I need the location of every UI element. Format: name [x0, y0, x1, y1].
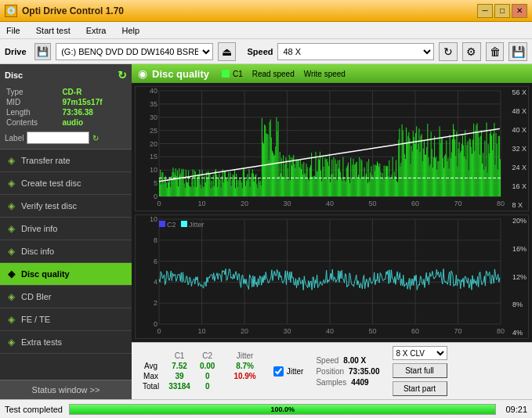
menu-help[interactable]: Help: [118, 24, 143, 37]
jitter-checkbox[interactable]: [273, 366, 284, 377]
read-speed-legend-label: Read speed: [252, 70, 295, 78]
stats-spacer: [219, 351, 229, 361]
disc-label-refresh-icon[interactable]: ↻: [92, 134, 99, 142]
disc-panel: Disc ↻ Type CD-R MID 97m15s17f Length 73…: [0, 64, 132, 150]
total-label: Total: [138, 381, 164, 391]
disc-length-label: Length: [6, 108, 60, 117]
max-label: Max: [138, 371, 164, 381]
stats-max-row: Max 39 0 10.9%: [138, 371, 261, 381]
sidebar-item-transfer-rate[interactable]: ◈ Transfer rate: [0, 150, 132, 172]
verify-test-disc-icon: ◈: [8, 200, 15, 211]
sidebar-item-label-disc-info: Disc info: [21, 247, 54, 256]
menu-extra[interactable]: Extra: [83, 24, 110, 37]
max-c2-value: 0: [195, 371, 219, 381]
speed-value-text: 8.00 X: [343, 356, 366, 365]
status-bar: Test completed 100.0% 09:21: [0, 399, 532, 418]
status-window-button[interactable]: Status window >>: [0, 380, 132, 399]
disc-label-label: Label: [5, 134, 24, 142]
start-part-button[interactable]: Start part: [393, 381, 447, 396]
sidebar-item-label-create-test-disc: Create test disc: [21, 178, 81, 188]
speed-select-box[interactable]: 8 X CLV: [393, 346, 447, 360]
erase-button[interactable]: 🗑: [486, 42, 505, 61]
disc-type-value: CD-R: [62, 88, 125, 96]
sidebar-item-disc-quality[interactable]: ◈ Disc quality: [0, 263, 132, 286]
disc-refresh-button[interactable]: ↻: [118, 69, 127, 81]
disc-mid-value: 97m15s17f: [62, 98, 125, 106]
speed-select[interactable]: 48 X: [277, 43, 434, 60]
charts-area: 56 X 48 X 40 X 32 X 24 X 16 X 8 X 20% 16…: [132, 83, 532, 342]
drive-label: Drive: [5, 47, 27, 56]
sidebar-item-label-extra-tests: Extra tests: [21, 337, 62, 347]
jitter-checkbox-label: Jitter: [287, 367, 304, 376]
position-label-text: Position: [316, 367, 344, 376]
samples-label-text: Samples: [316, 378, 346, 387]
c2-jitter-chart: 20% 16% 12% 8% 4%: [135, 214, 529, 339]
speed-label: Speed: [247, 47, 273, 56]
disc-label-input[interactable]: [27, 132, 89, 144]
disc-quality-icon: ◈: [8, 268, 15, 279]
menu-start-test[interactable]: Start test: [33, 24, 74, 37]
sidebar-item-disc-info[interactable]: ◈ Disc info: [0, 240, 132, 263]
start-full-button[interactable]: Start full: [393, 363, 447, 378]
sidebar-item-label-cd-bler: CD Bler: [21, 292, 52, 301]
disc-info-icon: ◈: [8, 246, 15, 257]
stats-jitter-header: Jitter: [229, 351, 260, 361]
disc-quality-title: Disc quality: [152, 68, 209, 80]
stats-avg-row: Avg 7.52 0.00 8.7%: [138, 361, 261, 371]
create-test-disc-icon: ◈: [8, 178, 15, 189]
drive-bar: Drive 💾 (G:) BENQ DVD DD DW1640 BSRB ⏏ S…: [0, 39, 532, 64]
avg-jitter-value: 8.7%: [229, 361, 260, 371]
minimize-button[interactable]: ─: [477, 4, 493, 18]
total-c1-value: 33184: [164, 381, 195, 391]
sidebar-item-label-transfer-rate: Transfer rate: [21, 156, 71, 165]
chart-legend: C1 Read speed Write speed: [222, 70, 346, 78]
position-value-text: 73:35.00: [349, 367, 379, 376]
save-button[interactable]: 💾: [508, 42, 527, 61]
total-jitter-value: [229, 381, 260, 391]
sidebar-item-label-fe-te: FE / TE: [21, 315, 50, 324]
cd-bler-icon: ◈: [8, 291, 15, 302]
samples-value-text: 4409: [351, 378, 368, 387]
close-button[interactable]: ✕: [512, 4, 527, 18]
disc-contents-label: Contents: [6, 118, 60, 127]
sidebar-item-label-disc-quality: Disc quality: [21, 269, 70, 279]
speed-info: Speed 8.00 X Position 73:35.00 Samples 4…: [316, 356, 379, 387]
c1-legend-dot: [222, 70, 230, 77]
max-c1-value: 39: [164, 371, 195, 381]
sidebar: Disc ↻ Type CD-R MID 97m15s17f Length 73…: [0, 64, 132, 399]
speed-label-text: Speed: [316, 356, 338, 365]
elapsed-time: 09:21: [505, 405, 527, 414]
maximize-button[interactable]: □: [494, 4, 510, 18]
stats-c1-header: C1: [164, 351, 195, 361]
c1-legend-label: C1: [233, 70, 243, 78]
stats-total-row: Total 33184 0: [138, 381, 261, 391]
avg-label: Avg: [138, 361, 164, 371]
transfer-rate-icon: ◈: [8, 155, 15, 166]
stats-c2-header: C2: [195, 351, 219, 361]
title-bar: 💿 Opti Drive Control 1.70 ─ □ ✕: [0, 0, 532, 22]
sidebar-item-verify-test-disc[interactable]: ◈ Verify test disc: [0, 195, 132, 218]
jitter-checkbox-group: Jitter: [273, 366, 304, 377]
stats-empty-header: [138, 351, 164, 361]
drive-select[interactable]: (G:) BENQ DVD DD DW1640 BSRB: [56, 43, 213, 60]
sidebar-items: ◈ Transfer rate ◈ Create test disc ◈ Ver…: [0, 150, 132, 354]
sidebar-item-create-test-disc[interactable]: ◈ Create test disc: [0, 172, 132, 195]
settings-button[interactable]: ⚙: [462, 42, 481, 61]
sidebar-item-extra-tests[interactable]: ◈ Extra tests: [0, 331, 132, 354]
sidebar-item-drive-info[interactable]: ◈ Drive info: [0, 218, 132, 240]
max-jitter-value: 10.9%: [229, 371, 260, 381]
eject-button[interactable]: ⏏: [218, 42, 237, 61]
disc-contents-value: audio: [62, 118, 125, 127]
drive-icon: 💾: [34, 43, 52, 60]
disc-mid-label: MID: [6, 98, 60, 106]
menu-file[interactable]: File: [3, 24, 24, 37]
stats-table: C1 C2 Jitter Avg 7.52 0.00 8.7%: [138, 351, 261, 391]
disc-length-value: 73:36.38: [62, 108, 125, 117]
sidebar-item-cd-bler[interactable]: ◈ CD Bler: [0, 286, 132, 308]
refresh-button[interactable]: ↻: [439, 42, 458, 61]
progress-label: 100.0%: [270, 405, 295, 413]
sidebar-item-fe-te[interactable]: ◈ FE / TE: [0, 308, 132, 331]
disc-title: Disc: [5, 70, 23, 80]
drive-info-icon: ◈: [8, 223, 15, 234]
disc-quality-header-icon: ◉: [138, 67, 147, 80]
